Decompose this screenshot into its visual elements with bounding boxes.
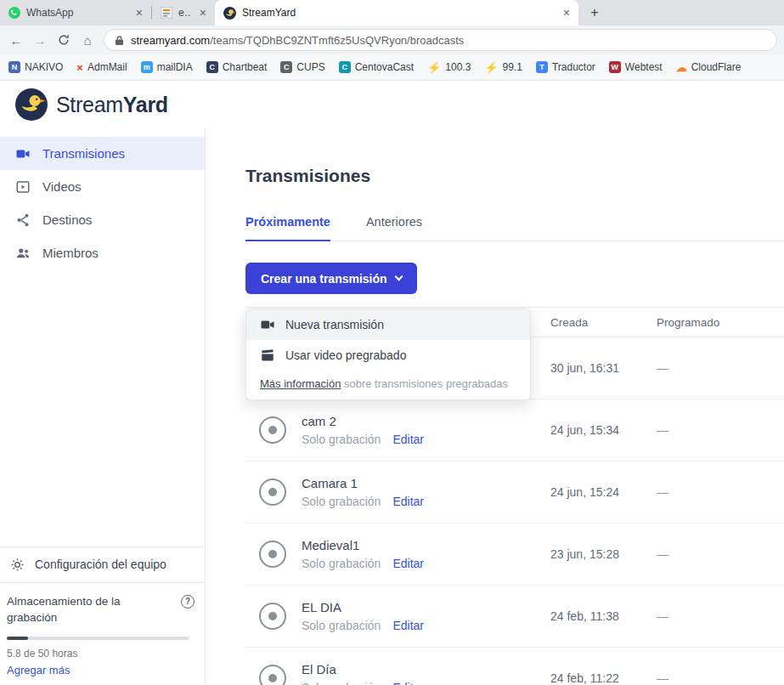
chartbeat-favicon: C bbox=[206, 61, 218, 73]
video-camera-icon bbox=[15, 146, 31, 161]
sidebar-item-label: Transmisiones bbox=[42, 146, 125, 161]
table-row[interactable]: cam 2 Solo grabaciónEditar 24 jun, 15:34… bbox=[245, 399, 784, 461]
created-cell: 24 feb, 11:38 bbox=[550, 609, 657, 623]
broadcast-title: Camara 1 bbox=[302, 476, 550, 490]
storage-section: Almacenamiento de la grabación ? 5.8 de … bbox=[0, 582, 205, 685]
bookmarks-bar: NNAKIVO ×AdmMail mmailDIA CChartbeat CCU… bbox=[0, 54, 784, 81]
bookmark-admmail[interactable]: ×AdmMail bbox=[76, 61, 127, 73]
sidebar-item-destinos[interactable]: Destinos bbox=[0, 203, 205, 236]
bookmark-centovacast[interactable]: CCentovaCast bbox=[339, 61, 414, 73]
bookmark-cloudflare[interactable]: ☁CloudFlare bbox=[676, 61, 742, 73]
tab-strip: WhatsApp × editoresweb:sitioweb:eldia.co… bbox=[0, 0, 784, 25]
dropdown-info-text: Más información sobre transmisiones preg… bbox=[246, 371, 530, 399]
site-favicon bbox=[161, 7, 172, 19]
add-more-link[interactable]: Agregar más bbox=[7, 664, 195, 677]
streamyard-duck-icon bbox=[223, 7, 236, 20]
sidebar-item-transmisiones[interactable]: Transmisiones bbox=[0, 137, 205, 170]
cups-favicon: C bbox=[280, 61, 292, 73]
home-icon[interactable]: ⌂ bbox=[76, 29, 99, 51]
close-icon[interactable]: × bbox=[561, 7, 572, 19]
edit-link[interactable]: Editar bbox=[392, 619, 424, 632]
tab-anteriores[interactable]: Anteriores bbox=[366, 215, 422, 241]
sidebar-item-videos[interactable]: Videos bbox=[0, 170, 205, 203]
bookmark-maildia[interactable]: mmailDIA bbox=[141, 61, 193, 73]
app-header: StreamYard bbox=[0, 81, 784, 128]
scheduled-cell: — bbox=[657, 671, 784, 685]
bookmark-nakivo[interactable]: NNAKIVO bbox=[8, 61, 63, 73]
menu-item-nueva-transmision[interactable]: Nueva transmisión bbox=[246, 309, 530, 340]
browser-toolbar: ← → ⌂ streamyard.com/teams/TQDhBC9ZNTmft… bbox=[0, 25, 784, 54]
bookmark-traductor[interactable]: TTraductor bbox=[536, 61, 595, 73]
bookmark-99-1[interactable]: ⚡99.1 bbox=[484, 61, 522, 73]
lightning-icon: ⚡ bbox=[427, 61, 441, 73]
broadcast-subtitle: Solo grabación bbox=[302, 495, 381, 508]
maildia-favicon: m bbox=[141, 61, 153, 73]
help-icon[interactable]: ? bbox=[181, 595, 195, 609]
create-broadcast-button[interactable]: Crear una transmisión bbox=[245, 263, 417, 294]
new-tab-button[interactable]: + bbox=[584, 2, 606, 24]
tab-proximamente[interactable]: Próximamente bbox=[245, 215, 330, 241]
storage-progress-fill bbox=[7, 637, 28, 640]
broadcast-subtitle: Solo grabación bbox=[302, 433, 381, 446]
chevron-down-icon bbox=[394, 273, 403, 281]
video-camera-icon bbox=[260, 317, 275, 332]
back-icon[interactable]: ← bbox=[5, 29, 27, 51]
record-icon bbox=[259, 665, 286, 685]
table-row[interactable]: EL DIA Solo grabaciónEditar 24 feb, 11:3… bbox=[245, 586, 784, 648]
sidebar: Transmisiones Videos Destinos Miembros C… bbox=[0, 128, 206, 685]
tab-title: editoresweb:sitioweb:eldia.co bbox=[178, 7, 192, 19]
table-row[interactable]: El Día Solo grabaciónEditar 24 feb, 11:2… bbox=[245, 648, 784, 685]
cloud-icon: ☁ bbox=[676, 61, 687, 73]
browser-window: WhatsApp × editoresweb:sitioweb:eldia.co… bbox=[0, 0, 784, 685]
whatsapp-icon bbox=[8, 7, 20, 19]
tab-eldia[interactable]: editoresweb:sitioweb:eldia.co × bbox=[152, 0, 215, 25]
lock-icon bbox=[115, 35, 124, 46]
bookmark-cups[interactable]: CCUPS bbox=[280, 61, 324, 73]
storage-used-label: 5.8 de 50 horas bbox=[7, 648, 195, 660]
team-settings-label: Configuración del equipo bbox=[35, 558, 166, 571]
url-text: streamyard.com/teams/TQDhBC9ZNTmft6z5UsQ… bbox=[131, 34, 464, 47]
edit-link[interactable]: Editar bbox=[392, 557, 424, 570]
created-cell: 24 jun, 15:34 bbox=[550, 423, 657, 437]
mas-informacion-link[interactable]: Más información bbox=[260, 377, 341, 390]
team-settings-button[interactable]: Configuración del equipo bbox=[0, 546, 205, 582]
scheduled-cell: — bbox=[657, 485, 784, 499]
address-bar[interactable]: streamyard.com/teams/TQDhBC9ZNTmft6z5UsQ… bbox=[104, 29, 777, 51]
tab-whatsapp[interactable]: WhatsApp × bbox=[0, 0, 151, 25]
edit-link[interactable]: Editar bbox=[392, 433, 424, 446]
table-row[interactable]: Camara 1 Solo grabaciónEditar 24 jun, 15… bbox=[245, 461, 784, 524]
page-title: Transmisiones bbox=[245, 166, 784, 186]
edit-link[interactable]: Editar bbox=[392, 495, 424, 508]
sidebar-item-miembros[interactable]: Miembros bbox=[0, 236, 205, 269]
broadcast-subtitle: Solo grabación bbox=[302, 557, 381, 570]
record-icon bbox=[259, 603, 286, 630]
close-icon[interactable]: × bbox=[198, 7, 208, 19]
webtest-favicon: W bbox=[609, 61, 621, 73]
tab-title: StreamYard bbox=[242, 7, 556, 19]
created-cell: 24 jun, 15:24 bbox=[550, 485, 657, 499]
clapperboard-icon bbox=[260, 348, 275, 363]
menu-item-video-pregrabado[interactable]: Usar video pregrabado bbox=[246, 340, 530, 371]
created-cell: 23 jun, 15:28 bbox=[550, 547, 657, 561]
admmail-favicon: × bbox=[76, 61, 83, 73]
bookmark-chartbeat[interactable]: CChartbeat bbox=[206, 61, 268, 73]
video-play-icon bbox=[15, 179, 31, 195]
created-cell: 24 feb, 11:22 bbox=[550, 671, 657, 685]
reload-icon[interactable] bbox=[53, 29, 75, 51]
sidebar-item-label: Destinos bbox=[42, 212, 92, 227]
centovacast-favicon: C bbox=[339, 61, 351, 73]
sidebar-item-label: Videos bbox=[42, 179, 82, 194]
sidebar-item-label: Miembros bbox=[42, 246, 99, 260]
main-content: Transmisiones Próximamente Anteriores Cr… bbox=[206, 128, 784, 685]
streamyard-logo-icon bbox=[15, 88, 48, 121]
bookmark-webtest[interactable]: WWebtest bbox=[609, 61, 663, 73]
tab-streamyard[interactable]: StreamYard × bbox=[215, 0, 578, 25]
forward-icon[interactable]: → bbox=[29, 29, 51, 51]
storage-title: Almacenamiento de la grabación bbox=[7, 593, 138, 626]
bookmark-100-3[interactable]: ⚡100.3 bbox=[427, 61, 471, 73]
record-icon bbox=[259, 478, 286, 506]
broadcast-subtitle: Solo grabación bbox=[302, 681, 381, 685]
close-icon[interactable]: × bbox=[134, 7, 144, 19]
table-row[interactable]: Medieval1 Solo grabaciónEditar 23 jun, 1… bbox=[245, 524, 784, 586]
edit-link[interactable]: Editar bbox=[392, 681, 424, 685]
